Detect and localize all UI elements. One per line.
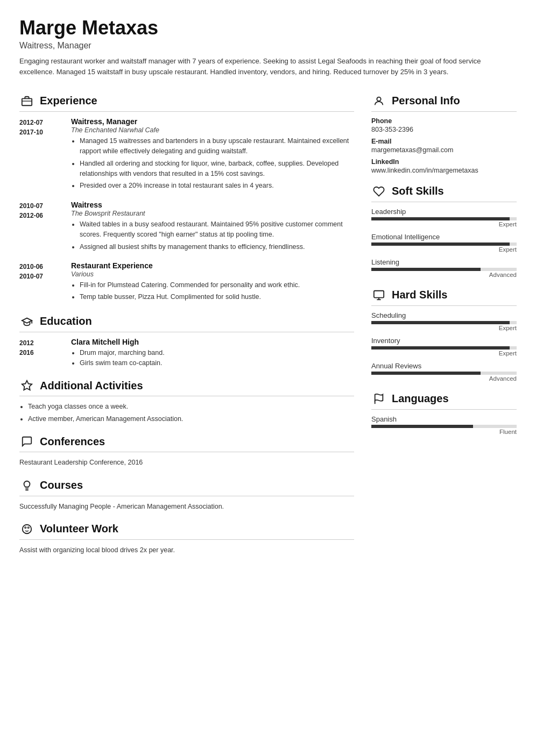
phone-value: 803-353-2396: [371, 126, 517, 133]
courses-header: Courses: [19, 478, 354, 496]
hard-skills-list: Scheduling Expert Inventory Expert Annua…: [371, 311, 517, 382]
conferences-header: Conferences: [19, 434, 354, 452]
skill-level: Advanced: [371, 272, 517, 278]
svg-point-7: [27, 527, 29, 529]
languages-list: Spanish Fluent: [371, 415, 517, 435]
languages-icon: [371, 391, 386, 406]
conferences-section: Conferences Restaurant Leadership Confer…: [19, 434, 354, 468]
experience-header: Experience: [19, 94, 354, 112]
experience-title: Experience: [40, 95, 97, 107]
skill-bar-bg: [371, 217, 517, 220]
skill-bar-bg: [371, 243, 517, 246]
skill-level: Expert: [371, 350, 517, 356]
skill-bar-bg: [371, 346, 517, 350]
additional-section: Additional Activities Teach yoga classes…: [19, 378, 354, 424]
hard-skills-section: Hard Skills Scheduling Expert Inventory …: [371, 288, 517, 382]
skill-level: Expert: [371, 221, 517, 227]
skill-level: Advanced: [371, 375, 517, 382]
experience-section: Experience 2012-072017-10 Waitress, Mana…: [19, 94, 354, 304]
hands-icon: [373, 186, 385, 197]
languages-header: Languages: [371, 391, 517, 410]
candidate-name: Marge Metaxas: [19, 17, 517, 39]
courses-title: Courses: [40, 479, 83, 491]
list-item: Drum major, marching band.: [80, 348, 354, 358]
main-columns: Experience 2012-072017-10 Waitress, Mana…: [19, 94, 517, 565]
svg-rect-0: [22, 98, 32, 105]
skill-item: Leadership Expert: [371, 208, 517, 227]
svg-point-8: [377, 97, 380, 101]
skill-bar-fill: [371, 346, 510, 350]
education-entry: 20122016 Clara Mitchell High Drum major,…: [19, 338, 354, 369]
experience-entry: 2010-072012-06 Waitress The Bowsprit Res…: [19, 201, 354, 254]
summary-text: Engaging restaurant worker and waitstaff…: [19, 56, 517, 77]
additional-title: Additional Activities: [40, 380, 143, 392]
experience-icon: [19, 94, 34, 109]
email-label: E-mail: [371, 138, 517, 145]
chat-icon: [21, 436, 33, 447]
list-item: Girls swim team co-captain.: [80, 358, 354, 368]
list-item: Assigned all busiest shifts by managemen…: [80, 242, 354, 252]
soft-skills-section: Soft Skills Leadership Expert Emotional …: [371, 184, 517, 278]
svg-point-5: [23, 525, 32, 534]
exp-details: Waitress The Bowsprit Restaurant Waited …: [71, 201, 354, 254]
experience-entry: 2010-062010-07 Restaurant Experience Var…: [19, 261, 354, 304]
education-header: Education: [19, 314, 354, 332]
additional-header: Additional Activities: [19, 378, 354, 396]
list-item: Managed 15 waitresses and bartenders in …: [80, 136, 354, 157]
exp-job-title: Waitress, Manager: [71, 117, 354, 126]
personal-info-section: Personal Info Phone 803-353-2396 E-mail …: [371, 94, 517, 174]
education-list: 20122016 Clara Mitchell High Drum major,…: [19, 338, 354, 369]
phone-label: Phone: [371, 117, 517, 125]
education-section: Education 20122016 Clara Mitchell High D…: [19, 314, 354, 369]
list-item: Fill-in for Plumstead Catering. Commende…: [80, 280, 354, 290]
exp-job-title: Waitress: [71, 201, 354, 209]
exp-bullets: Managed 15 waitresses and bartenders in …: [71, 136, 354, 191]
linkedin-value: www.linkedin.com/in/margemetaxas: [371, 167, 517, 174]
skill-level: Fluent: [371, 429, 517, 435]
skill-item: Listening Advanced: [371, 258, 517, 278]
exp-company: The Enchanted Narwhal Cafe: [71, 126, 354, 134]
volunteer-icon: [19, 522, 34, 537]
skill-bar-bg: [371, 321, 517, 324]
person-icon: [373, 95, 385, 107]
exp-details: Waitress, Manager The Enchanted Narwhal …: [71, 117, 354, 193]
hard-skills-icon: [371, 288, 386, 303]
exp-dates: 2010-062010-07: [19, 261, 62, 304]
exp-details: Restaurant Experience Various Fill-in fo…: [71, 261, 354, 304]
edu-school: Clara Mitchell High: [71, 338, 354, 346]
conferences-icon: [19, 434, 34, 449]
hard-skills-title: Hard Skills: [392, 289, 447, 301]
left-column: Experience 2012-072017-10 Waitress, Mana…: [19, 94, 354, 565]
volunteer-text: Assist with organizing local blood drive…: [19, 545, 354, 555]
list-item: Active member, American Management Assoc…: [28, 414, 354, 424]
education-icon: [19, 314, 34, 329]
exp-company: The Bowsprit Restaurant: [71, 210, 354, 217]
candidate-title: Waitress, Manager: [19, 41, 517, 51]
additional-bullets: Teach yoga classes once a week.Active me…: [19, 402, 354, 424]
skill-name: Emotional Intelligence: [371, 233, 517, 241]
skill-bar-fill: [371, 321, 510, 324]
skill-name: Inventory: [371, 337, 517, 345]
edu-details: Clara Mitchell High Drum major, marching…: [71, 338, 354, 369]
conferences-text: Restaurant Leadership Conference, 2016: [19, 458, 354, 468]
briefcase-icon: [21, 95, 33, 107]
skill-item: Annual Reviews Advanced: [371, 362, 517, 382]
svg-point-6: [25, 527, 26, 529]
volunteer-title: Volunteer Work: [40, 523, 118, 535]
languages-section: Languages Spanish Fluent: [371, 391, 517, 435]
soft-skills-icon: [371, 184, 386, 199]
skill-bar-fill: [371, 268, 481, 271]
resume-header: Marge Metaxas Waitress, Manager Engaging…: [19, 17, 517, 87]
personal-info-header: Personal Info: [371, 94, 517, 112]
star-icon: [21, 380, 33, 391]
experience-list: 2012-072017-10 Waitress, Manager The Enc…: [19, 117, 354, 304]
languages-title: Languages: [392, 393, 449, 405]
right-column: Personal Info Phone 803-353-2396 E-mail …: [371, 94, 517, 445]
skill-name: Annual Reviews: [371, 362, 517, 370]
soft-skills-list: Leadership Expert Emotional Intelligence…: [371, 208, 517, 278]
volunteer-section: Volunteer Work Assist with organizing lo…: [19, 522, 354, 555]
svg-marker-3: [22, 381, 32, 390]
svg-rect-9: [374, 291, 384, 298]
list-item: Teach yoga classes once a week.: [28, 402, 354, 412]
skill-name: Leadership: [371, 208, 517, 216]
